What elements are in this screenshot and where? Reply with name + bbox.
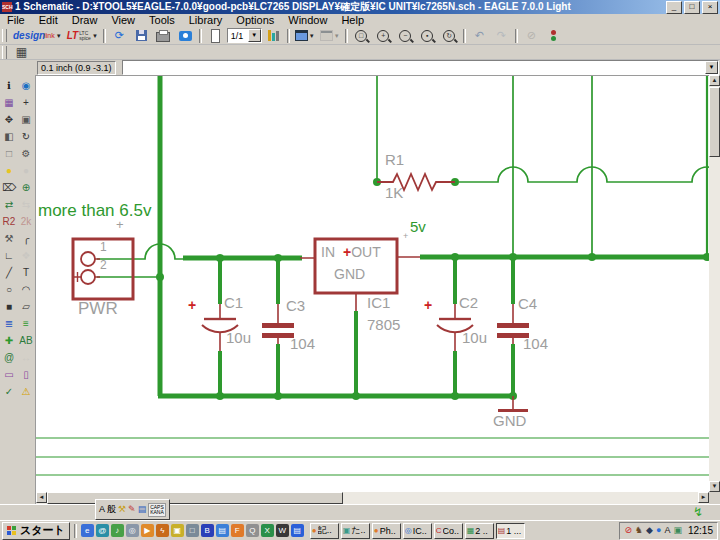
start-button[interactable]: スタート bbox=[2, 522, 70, 540]
junction-dots[interactable] bbox=[156, 178, 709, 400]
task-firefox-1-button[interactable]: ●記.. bbox=[310, 523, 339, 539]
zoom-fit-button[interactable]: □ bbox=[351, 28, 372, 44]
invoke-tool-button[interactable]: ❖ bbox=[18, 247, 35, 264]
wire-tool-button[interactable]: ╱ bbox=[1, 264, 18, 281]
split-tool-button[interactable]: ∟ bbox=[1, 247, 18, 264]
undo-button[interactable]: ↶ bbox=[469, 28, 490, 44]
firefox-icon[interactable]: F bbox=[231, 524, 244, 537]
r1-value-label[interactable]: 1K bbox=[385, 185, 403, 201]
command-input[interactable] bbox=[123, 62, 705, 73]
my-computer-icon[interactable]: □ bbox=[186, 524, 199, 537]
sheet-frame-tool-button[interactable]: ▯ bbox=[18, 366, 35, 383]
sheet-selector[interactable]: 1/1 ▼ bbox=[227, 28, 262, 43]
power-status-icon[interactable]: ↯ bbox=[693, 505, 703, 519]
maximize-button[interactable]: □ bbox=[684, 1, 700, 14]
go-button[interactable] bbox=[543, 28, 564, 44]
graphics-icon[interactable]: ▣ bbox=[673, 526, 682, 535]
task-firefox-2-button[interactable]: ●Ph.. bbox=[372, 523, 401, 539]
layer-settings-button[interactable] bbox=[263, 28, 284, 44]
menu-help[interactable]: Help bbox=[334, 14, 371, 27]
task-eagle-schematic-button[interactable]: ▤1 ... bbox=[496, 523, 525, 539]
frame-lines[interactable] bbox=[36, 438, 709, 475]
mail-icon[interactable]: @ bbox=[96, 524, 109, 537]
chevron-down-icon[interactable]: ▼ bbox=[248, 29, 261, 42]
vertical-scrollbar[interactable]: ▲ ▼ bbox=[709, 75, 720, 492]
media-w-icon[interactable]: W bbox=[276, 524, 289, 537]
messenger-icon[interactable]: ● bbox=[656, 526, 661, 535]
add-tool-button[interactable]: ⊕ bbox=[18, 179, 35, 196]
quicktime-icon[interactable]: Q bbox=[246, 524, 259, 537]
menu-window[interactable]: Window bbox=[281, 14, 334, 27]
no-entry-icon[interactable]: ⊘ bbox=[624, 526, 632, 535]
menu-options[interactable]: Options bbox=[229, 14, 281, 27]
rotate-tool-button[interactable]: ↻ bbox=[18, 128, 35, 145]
internet-explorer-icon[interactable]: e bbox=[81, 524, 94, 537]
group-tool-button[interactable]: □ bbox=[1, 145, 18, 162]
mark-tool-button[interactable]: + bbox=[18, 94, 35, 111]
menu-library[interactable]: Library bbox=[182, 14, 230, 27]
minimize-button[interactable]: _ bbox=[666, 1, 682, 14]
task-photo-viewer-button[interactable]: ▣た.. bbox=[341, 523, 370, 539]
ime-conversion-mode[interactable]: 般 bbox=[107, 505, 116, 514]
scroll-up-icon[interactable]: ▲ bbox=[709, 75, 720, 86]
zoom-select-button[interactable]: ▪ bbox=[417, 28, 438, 44]
schematic-canvas[interactable]: more than 6.5v + 1 2 PWR R1 1K 5v + IN +… bbox=[36, 75, 709, 493]
media-player-icon[interactable]: ▶ bbox=[141, 524, 154, 537]
name-tool-button[interactable]: R2 bbox=[1, 213, 18, 230]
ic1-name-label[interactable]: IC1 bbox=[367, 295, 390, 311]
print-button[interactable] bbox=[153, 28, 174, 44]
ime-input-mode[interactable]: A bbox=[99, 505, 105, 514]
scroll-left-icon[interactable]: ◄ bbox=[36, 492, 47, 503]
excel-icon[interactable]: X bbox=[261, 524, 274, 537]
zoom-in-button[interactable]: + bbox=[373, 28, 394, 44]
media-library-icon[interactable]: ♪ bbox=[111, 524, 124, 537]
c3-name-label[interactable]: C3 bbox=[286, 298, 305, 314]
bus-tool-button[interactable]: ≣ bbox=[1, 315, 18, 332]
ime-pad-icon[interactable]: ▤ bbox=[138, 505, 147, 514]
menu-view[interactable]: View bbox=[104, 14, 142, 27]
ltc-spice-button[interactable]: LT LTCspice ▼ bbox=[65, 28, 100, 44]
utility-icon[interactable]: ♞ bbox=[635, 526, 643, 535]
c4-value-label[interactable]: 104 bbox=[523, 336, 548, 352]
junction-tool-button[interactable]: ✚ bbox=[1, 332, 18, 349]
rect-tool-button[interactable]: ■ bbox=[1, 298, 18, 315]
save-button[interactable] bbox=[131, 28, 152, 44]
stop-button[interactable]: ⊘ bbox=[521, 28, 542, 44]
net-rails-thick[interactable] bbox=[158, 76, 709, 396]
display-properties-icon[interactable]: ▤ bbox=[216, 524, 229, 537]
frame-tool-button[interactable]: ▭ bbox=[1, 366, 18, 383]
ime-pen-icon[interactable]: ✎ bbox=[128, 505, 136, 514]
net-wires-thin[interactable] bbox=[97, 76, 709, 277]
chevron-down-icon[interactable]: ▼ bbox=[705, 61, 718, 74]
vertical-scroll-thumb[interactable] bbox=[709, 87, 720, 157]
ime-indicator-icon[interactable]: A bbox=[664, 526, 670, 535]
net-5v-label[interactable]: 5v bbox=[410, 219, 426, 235]
c4-name-label[interactable]: C4 bbox=[518, 296, 537, 312]
board-editor-button[interactable]: ▼ bbox=[318, 28, 342, 44]
scroll-right-icon[interactable]: ► bbox=[698, 492, 709, 503]
c3-value-label[interactable]: 104 bbox=[290, 336, 315, 352]
pwr-name-label[interactable]: PWR bbox=[78, 300, 118, 318]
cd-player-icon[interactable]: ◎ bbox=[126, 524, 139, 537]
ime-language-bar[interactable]: A 般 ⚒ ✎ ▤ CAPSKANA bbox=[95, 499, 170, 520]
arc-tool-button[interactable]: ◠ bbox=[18, 281, 35, 298]
app-b-icon[interactable]: B bbox=[201, 524, 214, 537]
text-tool-button[interactable]: T bbox=[18, 264, 35, 281]
change-tool-button[interactable]: ⚙ bbox=[18, 145, 35, 162]
menu-tools[interactable]: Tools bbox=[142, 14, 182, 27]
c1-name-label[interactable]: C1 bbox=[224, 295, 243, 311]
toolbar-grip[interactable] bbox=[2, 29, 7, 42]
paste-tool-button[interactable]: ● bbox=[18, 162, 35, 179]
smash-tool-button[interactable]: ⚒ bbox=[1, 230, 18, 247]
dimension-tool-button[interactable]: ↔ bbox=[18, 349, 35, 366]
schematic-editor-button[interactable]: ▼ bbox=[293, 28, 317, 44]
pinswap-tool-button[interactable]: ⇄ bbox=[1, 196, 18, 213]
cut-tool-button[interactable]: ● bbox=[1, 162, 18, 179]
copy-tool-button[interactable]: ▣ bbox=[18, 111, 35, 128]
c1-value-label[interactable]: 10u bbox=[226, 330, 251, 346]
redo-button[interactable]: ↷ bbox=[491, 28, 512, 44]
polygon-tool-button[interactable]: ▱ bbox=[18, 298, 35, 315]
reload-button[interactable]: ⟳ bbox=[109, 28, 130, 44]
errors-tool-button[interactable]: ⚠ bbox=[18, 383, 35, 400]
zoom-out-button[interactable]: − bbox=[395, 28, 416, 44]
